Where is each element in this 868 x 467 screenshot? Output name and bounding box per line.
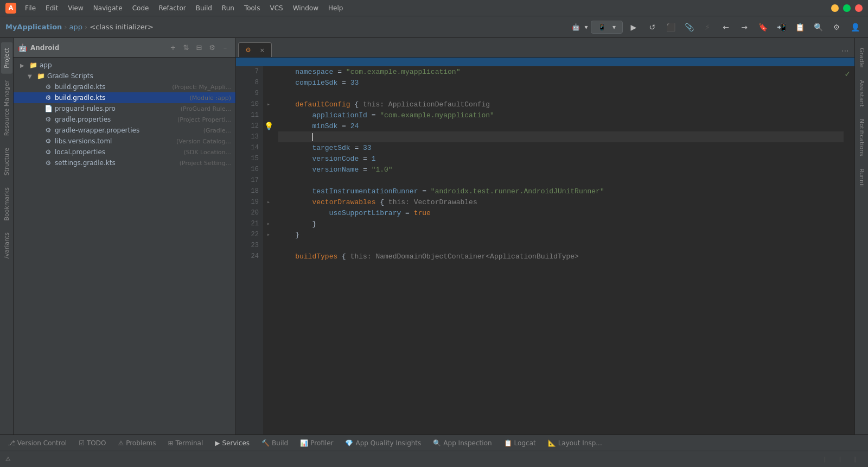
menu-item-help[interactable]: Help [324, 3, 347, 13]
device-file-button[interactable]: 📋 [792, 20, 807, 35]
tree-item[interactable]: ⚙ build.gradle.kts (Project: My_Appli... [14, 81, 235, 92]
fold-icon[interactable]: ▸ [267, 199, 270, 205]
close-button[interactable] [855, 4, 863, 12]
stop-button[interactable]: ⬛ [663, 20, 678, 35]
line-number: 12 [240, 121, 259, 131]
bottom-tab-app-quality-insights[interactable]: 💎App Quality Insights [340, 437, 426, 449]
sync-status: ⚠ [5, 456, 13, 463]
fold-icon[interactable]: ▸ [267, 101, 270, 108]
tab-close-button[interactable]: × [260, 47, 265, 54]
menu-item-vcs[interactable]: VCS [265, 3, 287, 13]
tree-item[interactable]: ⚙ gradle.properties (Project Properti... [14, 114, 235, 125]
device-selector[interactable]: 📱 ▾ [591, 21, 623, 34]
tree-item[interactable]: ⚙ libs.versions.toml (Version Catalog... [14, 136, 235, 147]
settings-button[interactable]: ⚙ [829, 20, 844, 35]
back-button[interactable]: ← [718, 20, 733, 35]
gutter-item: ▸ [263, 229, 274, 240]
attach-button[interactable]: 📎 [681, 20, 697, 35]
maximize-button[interactable] [843, 4, 851, 12]
breadcrumb-app[interactable]: MyApplication [5, 23, 62, 31]
tree-item-label: build.gradle.kts [55, 83, 170, 91]
tree-item[interactable]: ⚙ build.gradle.kts (Module :app) [14, 92, 235, 103]
bottom-tab-terminal[interactable]: ⊞Terminal [162, 437, 208, 449]
search-button[interactable]: 🔍 [810, 20, 826, 35]
line-number: 13 [240, 131, 259, 142]
refresh-button[interactable]: ↺ [644, 20, 660, 35]
collapse-all-button[interactable]: ⊟ [193, 42, 205, 54]
line-number: 11 [240, 110, 259, 121]
gutter-item [263, 88, 274, 99]
bottom-tab-logcat[interactable]: 📋Logcat [499, 437, 541, 449]
tree-item-label: proguard-rules.pro [55, 105, 178, 112]
bottom-tab-layout-insp...[interactable]: 📐Layout Insp... [542, 437, 608, 449]
forward-button[interactable]: → [737, 20, 752, 35]
gear-icon[interactable]: ⚙ [206, 42, 218, 54]
code-line: defaultConfig { this: ApplicationDefault… [278, 99, 844, 110]
breadcrumb-context[interactable]: <class initializer> [90, 23, 154, 31]
tree-item[interactable]: ▶ 📁 app [14, 60, 235, 71]
title-bar-left: A FileEditViewNavigateCodeRefactorBuildR… [5, 3, 347, 14]
deploy-button[interactable]: 📲 [774, 20, 789, 35]
fold-icon[interactable]: ▸ [267, 220, 270, 227]
line-number: 19 [240, 197, 259, 207]
tree-item[interactable]: ⚙ settings.gradle.kts (Project Setting..… [14, 157, 235, 168]
sidebar-tab-variants[interactable]: /variants [1, 227, 12, 264]
sidebar-tab-structure[interactable]: Structure [1, 142, 12, 181]
right-tab-notifications[interactable]: Notifications [856, 113, 867, 162]
right-tab-gradle[interactable]: Gradle [856, 42, 867, 73]
minimize-button[interactable] [831, 4, 839, 12]
sidebar-tab-project[interactable]: Project [1, 42, 12, 74]
bottom-tab-problems[interactable]: ⚠Problems [112, 437, 161, 449]
menu-item-run[interactable]: Run [218, 3, 239, 13]
code-content[interactable]: namespace = "com.example.myapplication" … [274, 66, 848, 434]
bottom-tab-todo[interactable]: ☑TODO [73, 437, 111, 449]
sync-button[interactable]: ⇅ [180, 42, 192, 54]
menu-item-code[interactable]: Code [128, 3, 154, 13]
code-editor[interactable]: 789101112131415161718192021222324 ▸💡▸▸▸ … [236, 66, 854, 434]
run-config-icon[interactable]: 🤖 ▾ [572, 20, 588, 35]
add-button[interactable]: + [167, 42, 179, 54]
menu-item-window[interactable]: Window [289, 3, 323, 13]
profile-button[interactable]: ⚡ [700, 20, 715, 35]
tree-item-hint: (Gradle... [203, 127, 231, 134]
bottom-tab-app-inspection[interactable]: 🔍App Inspection [427, 437, 497, 449]
bottom-tab-services[interactable]: ▶Services [209, 437, 255, 449]
menu-item-view[interactable]: View [63, 3, 87, 13]
line-number: 16 [240, 164, 259, 175]
bottom-tab-icon: 📊 [300, 439, 308, 447]
bookmark-button[interactable]: 🔖 [755, 20, 770, 35]
tree-item[interactable]: ⚙ gradle-wrapper.properties (Gradle... [14, 125, 235, 136]
code-line: namespace = "com.example.myapplication" [278, 66, 844, 77]
gutter-item [263, 77, 274, 88]
tab-overflow-button[interactable]: ⋯ [838, 44, 852, 57]
tree-item[interactable]: 📄 proguard-rules.pro (ProGuard Rule... [14, 103, 235, 114]
tree-item[interactable]: ▼ 📁 Gradle Scripts [14, 71, 235, 81]
menu-item-navigate[interactable]: Navigate [89, 3, 127, 13]
editor-tab-build-gradle[interactable]: ⚙ × [238, 42, 272, 57]
line-number: 21 [240, 218, 259, 229]
bottom-tab-profiler[interactable]: 📊Profiler [295, 437, 339, 449]
tree-item[interactable]: ⚙ local.properties (SDK Location... [14, 147, 235, 157]
menu-item-file[interactable]: File [21, 3, 40, 13]
menu-item-edit[interactable]: Edit [41, 3, 62, 13]
breadcrumb-module[interactable]: app [69, 23, 82, 31]
run-button[interactable]: ▶ [626, 20, 641, 35]
bottom-tab-build[interactable]: 🔨Build [256, 437, 293, 449]
account-button[interactable]: 👤 [847, 20, 863, 35]
sidebar-tab-resource-manager[interactable]: Resource Manager [1, 75, 12, 141]
line-number: 14 [240, 142, 259, 153]
menu-item-refactor[interactable]: Refactor [154, 3, 190, 13]
tree-item-hint: (Project Properti... [177, 116, 231, 123]
fold-icon[interactable]: ▸ [267, 231, 270, 238]
code-line: } [278, 218, 844, 229]
bottom-tab-version-control[interactable]: ⎇Version Control [2, 437, 72, 449]
project-panel: 🤖 Android + ⇅ ⊟ ⚙ – ▶ 📁 app ▼ 📁 Gradle S… [14, 38, 236, 434]
tree-item-hint: (Module :app) [190, 94, 232, 102]
sidebar-tab-bookmarks[interactable]: Bookmarks [1, 182, 12, 226]
hide-panel-button[interactable]: – [219, 42, 231, 54]
right-tab-assistant[interactable]: Assistant [856, 74, 867, 112]
right-tab-running[interactable]: Runnii [856, 163, 867, 192]
menu-item-tools[interactable]: Tools [240, 3, 265, 13]
code-line: } [278, 229, 844, 240]
menu-item-build[interactable]: Build [192, 3, 216, 13]
